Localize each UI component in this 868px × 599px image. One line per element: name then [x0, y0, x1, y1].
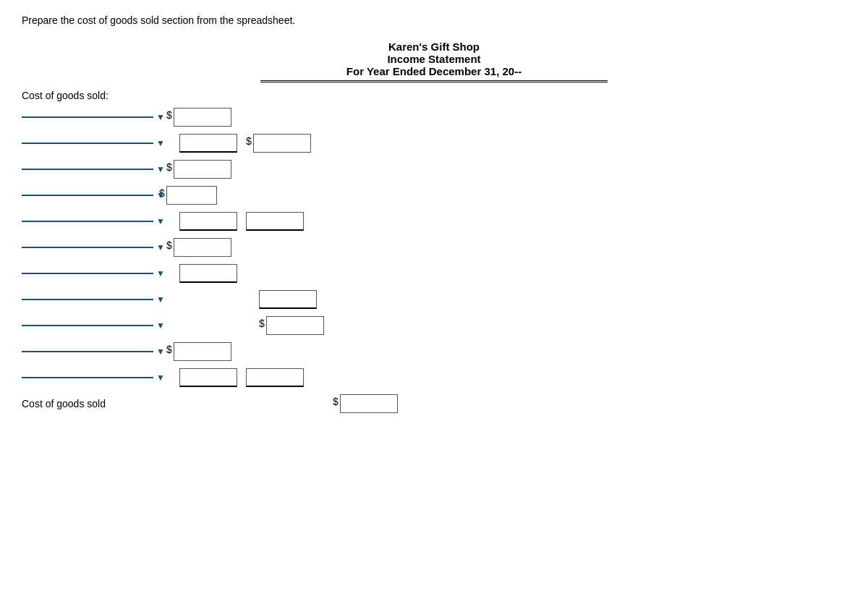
label-col-2: ▼ — [22, 138, 166, 148]
dropdown-arrow-8[interactable]: ▼ — [156, 294, 165, 305]
label-col-11: ▼ — [22, 373, 166, 383]
input-field-row2-col2[interactable] — [253, 134, 311, 153]
label-line-1 — [22, 116, 153, 118]
dollar-sign-1a: $ — [166, 109, 172, 121]
table-row: ▼ — [22, 288, 514, 311]
input-field-row9-col2[interactable] — [266, 316, 324, 335]
report-header: Karen's Gift Shop Income Statement For Y… — [22, 41, 846, 82]
dropdown-arrow-2[interactable]: ▼ — [156, 138, 165, 148]
dollar-sign-bottom: $ — [333, 396, 339, 407]
dropdown-arrow-10[interactable]: ▼ — [156, 347, 165, 357]
label-col-1: ▼ — [22, 112, 166, 122]
label-line-9 — [22, 325, 153, 326]
label-line-5 — [22, 221, 153, 222]
label-col-9: ▼ — [22, 320, 166, 331]
col0-dollar-input-4: $ — [159, 186, 217, 205]
label-col-3: ▼ — [22, 164, 166, 174]
dollar-sign-3a: $ — [166, 161, 172, 173]
col3-dollar-input-bottom: $ — [333, 394, 405, 413]
col1-11 — [166, 368, 239, 387]
dropdown-arrow-5[interactable]: ▼ — [156, 216, 165, 226]
table-row: ▼ — [22, 262, 514, 285]
table-row: ▼ — [22, 366, 514, 389]
col1-2 — [166, 134, 239, 153]
label-line-6 — [22, 247, 153, 248]
label-line-8 — [22, 299, 153, 300]
input-field-row3-col1[interactable] — [174, 160, 231, 179]
dropdown-arrow-6[interactable]: ▼ — [156, 242, 165, 252]
col2-dollar-input-9: $ — [259, 316, 331, 335]
label-line-4 — [22, 195, 153, 196]
dropdown-arrow-1[interactable]: ▼ — [156, 112, 165, 122]
input-field-row4-col0[interactable] — [166, 186, 217, 205]
input-field-row5-col1[interactable] — [179, 212, 237, 231]
dropdown-arrow-3[interactable]: ▼ — [156, 164, 165, 174]
dropdown-arrow-7[interactable]: ▼ — [156, 268, 165, 279]
label-line-3 — [22, 169, 153, 170]
input-field-row10-col1[interactable] — [174, 342, 231, 361]
col1-dollar-input-1: $ — [166, 108, 239, 127]
table-row: ▼ $ — [22, 132, 514, 155]
col2-5 — [246, 212, 318, 231]
input-field-row2-col1[interactable] — [179, 134, 237, 153]
label-col-6: ▼ — [22, 242, 166, 252]
dropdown-arrow-4[interactable]: ▼ — [156, 190, 165, 200]
col1-dollar-input-6: $ — [166, 238, 239, 257]
input-field-row5-col2[interactable] — [246, 212, 304, 231]
cogs-bottom-label-col: Cost of goods sold — [22, 398, 166, 409]
input-field-row11-col1[interactable] — [179, 368, 237, 387]
col2-8 — [259, 290, 331, 309]
table-row: ▼ $ — [22, 106, 514, 129]
label-col-8: ▼ — [22, 294, 166, 305]
input-field-row6-col1[interactable] — [174, 238, 231, 257]
label-line-7 — [22, 273, 153, 274]
dropdown-arrow-9[interactable]: ▼ — [156, 320, 165, 331]
input-field-row7-col1[interactable] — [179, 264, 237, 283]
cogs-bottom-row: Cost of goods sold $ — [22, 392, 514, 415]
company-name: Karen's Gift Shop — [22, 41, 846, 53]
input-field-row1-col1[interactable] — [174, 108, 231, 127]
label-col-7: ▼ — [22, 268, 166, 279]
table-row: ▼ $ — [22, 184, 514, 207]
label-line-2 — [22, 143, 153, 144]
input-field-row11-col2[interactable] — [246, 368, 304, 387]
label-col-10: ▼ — [22, 347, 166, 357]
report-period: For Year Ended December 31, 20-- — [260, 65, 608, 82]
input-field-cogs-total[interactable] — [340, 394, 398, 413]
dollar-sign-6a: $ — [166, 239, 172, 251]
dollar-sign-10a: $ — [166, 344, 172, 355]
dollar-sign-9b: $ — [259, 318, 265, 329]
form-section: Cost of goods sold: ▼ $ ▼ $ ▼ — [22, 90, 514, 415]
col2-11 — [246, 368, 318, 387]
table-row: ▼ — [22, 210, 514, 233]
col2-dollar-input-2: $ — [246, 134, 318, 153]
dollar-sign-2b: $ — [246, 135, 252, 147]
table-row: ▼ $ — [22, 158, 514, 181]
instruction-text: Prepare the cost of goods sold section f… — [22, 14, 846, 26]
label-line-11 — [22, 377, 153, 378]
col1-7 — [166, 264, 239, 283]
col1-dollar-input-3: $ — [166, 160, 239, 179]
label-col-4: ▼ — [22, 190, 166, 200]
cogs-section-label: Cost of goods sold: — [22, 90, 514, 101]
col1-dollar-input-10: $ — [166, 342, 239, 361]
dropdown-arrow-11[interactable]: ▼ — [156, 373, 165, 383]
cogs-bottom-label: Cost of goods sold — [22, 398, 106, 409]
input-field-row8-col2[interactable] — [259, 290, 317, 309]
label-col-5: ▼ — [22, 216, 166, 226]
label-line-10 — [22, 351, 153, 352]
statement-title: Income Statement — [22, 53, 846, 65]
table-row: ▼ $ — [22, 236, 514, 259]
col1-5 — [166, 212, 239, 231]
table-row: ▼ $ — [22, 340, 514, 363]
table-row: ▼ $ — [22, 314, 514, 337]
